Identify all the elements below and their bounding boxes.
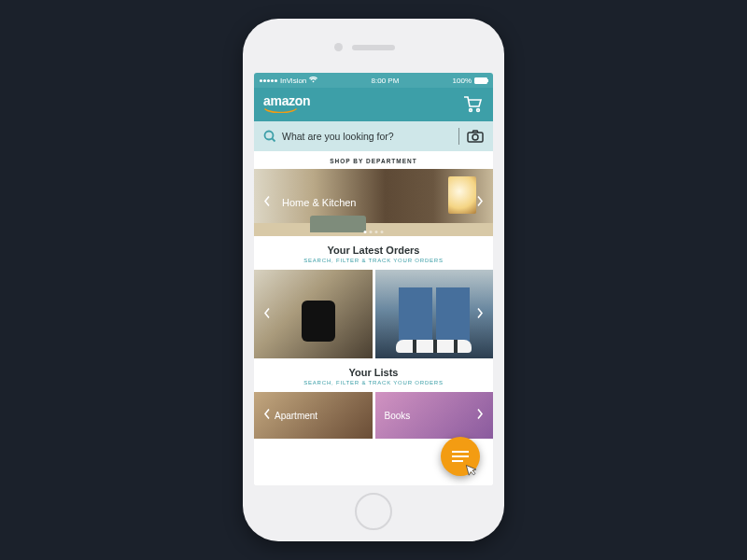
banner-next-button[interactable] [472, 192, 487, 214]
department-banner[interactable]: Home & Kitchen [254, 169, 493, 236]
lists-section-header: Your Lists SEARCH, FILTER & TRACK YOUR O… [254, 358, 493, 392]
search-divider [458, 128, 459, 145]
search-icon [263, 130, 276, 143]
search-input[interactable]: What are you looking for? [263, 130, 451, 143]
phone-home-button[interactable] [355, 493, 392, 530]
lists-carousel[interactable]: Apartment Books [254, 392, 493, 439]
list-label: Apartment [275, 411, 317, 421]
search-placeholder: What are you looking for? [282, 131, 394, 142]
list-label: Books [385, 411, 411, 421]
status-bar: InVision 8:00 PM 100% [254, 73, 493, 88]
phone-speaker [352, 45, 395, 50]
banner-prev-button[interactable] [260, 192, 275, 214]
banner-pagination[interactable] [364, 231, 384, 233]
svg-rect-5 [452, 451, 469, 453]
svg-point-1 [477, 109, 480, 112]
lists-subtitle: SEARCH, FILTER & TRACK YOUR ORDERS [254, 380, 493, 385]
lists-prev-button[interactable] [260, 405, 275, 427]
banner-decor [310, 216, 366, 232]
content-scroll[interactable]: SHOP BY DEPARTMENT Home & Kitchen Your L… [254, 151, 493, 485]
status-left: InVision [260, 77, 317, 85]
clock-label: 8:00 PM [372, 77, 400, 85]
banner-decor [254, 223, 493, 236]
carrier-label: InVision [280, 77, 306, 85]
battery-icon [474, 77, 487, 84]
svg-point-2 [265, 132, 274, 140]
lists-title: Your Lists [254, 367, 493, 378]
search-bar[interactable]: What are you looking for? [254, 121, 493, 151]
orders-section-header: Your Latest Orders SEARCH, FILTER & TRAC… [254, 236, 493, 270]
svg-point-0 [470, 109, 472, 112]
signal-dots-icon [260, 79, 277, 82]
order-decor [396, 340, 472, 353]
svg-rect-7 [452, 460, 463, 462]
svg-rect-6 [452, 455, 469, 457]
orders-title: Your Latest Orders [254, 245, 493, 256]
orders-subtitle: SEARCH, FILTER & TRACK YOUR ORDERS [254, 258, 493, 263]
amazon-logo[interactable]: amazon [263, 94, 310, 113]
departments-header: SHOP BY DEPARTMENT [254, 151, 493, 169]
orders-prev-button[interactable] [260, 303, 275, 325]
status-right: 100% [453, 77, 487, 85]
battery-percent-label: 100% [453, 77, 472, 85]
orders-next-button[interactable] [472, 303, 487, 325]
app-header: amazon [254, 88, 493, 121]
wifi-icon [309, 77, 317, 85]
screen: InVision 8:00 PM 100% amazon [254, 73, 493, 485]
lists-next-button[interactable] [472, 405, 487, 427]
phone-frame: InVision 8:00 PM 100% amazon [243, 19, 504, 541]
menu-icon [451, 450, 470, 463]
phone-front-camera [334, 43, 343, 51]
logo-text: amazon [263, 93, 310, 108]
cart-icon[interactable] [463, 94, 484, 113]
orders-carousel[interactable] [254, 270, 493, 358]
svg-point-4 [472, 134, 478, 140]
department-banner-label: Home & Kitchen [282, 197, 356, 208]
camera-search-icon[interactable] [467, 130, 484, 143]
